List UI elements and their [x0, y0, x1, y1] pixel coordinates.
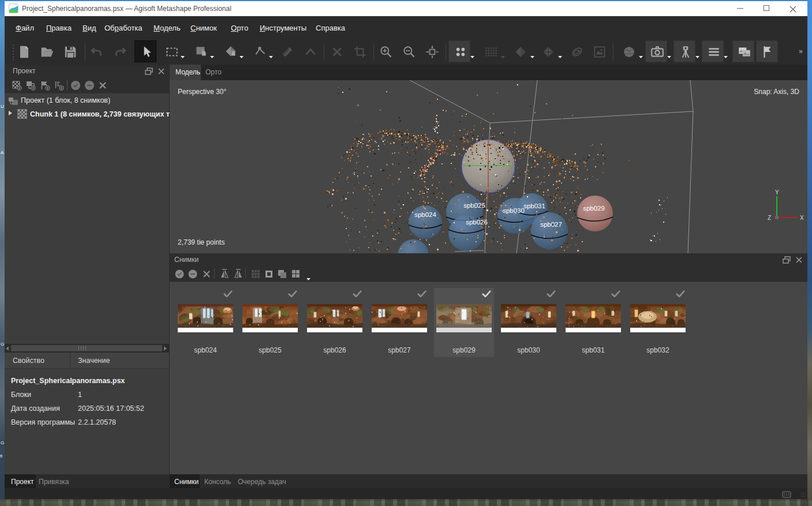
svg-text:spb026: spb026 [466, 219, 488, 226]
svg-text:Z: Z [768, 215, 771, 221]
svg-text:X: X [800, 215, 804, 221]
svg-text:spb024: spb024 [414, 211, 436, 218]
svg-text:Y: Y [775, 189, 779, 196]
svg-text:spb025: spb025 [463, 202, 485, 209]
svg-text:spb027: spb027 [540, 221, 562, 228]
svg-text:spb029: spb029 [583, 205, 605, 212]
svg-text:spb031: spb031 [523, 203, 545, 209]
svg-text:spb030: spb030 [503, 207, 525, 214]
